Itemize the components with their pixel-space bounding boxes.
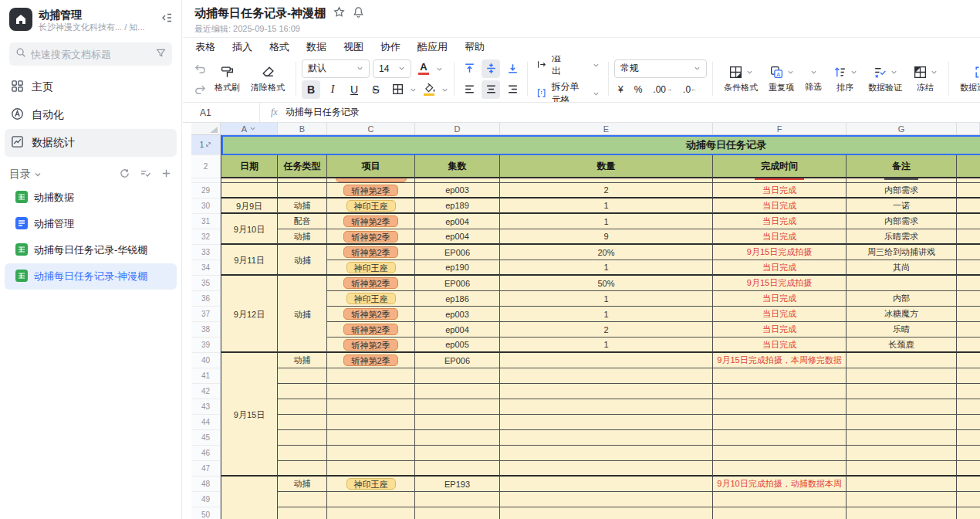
column-header-B[interactable]: B [278, 123, 327, 134]
menu-item-6[interactable]: 酷应用 [417, 40, 448, 54]
cell-A37[interactable] [221, 307, 278, 322]
row-header-29[interactable]: 29 [191, 183, 221, 198]
cell-F30[interactable]: 当日完成 [713, 198, 847, 214]
duplicates-button[interactable]: A重复项 [763, 65, 799, 93]
cell-D50[interactable] [415, 507, 500, 519]
valign-bottom-button[interactable] [503, 59, 522, 78]
cell-G39[interactable]: 长颈鹿 [847, 338, 957, 353]
cell-H49[interactable] [957, 492, 980, 507]
cell-E44[interactable] [500, 415, 713, 430]
cell-C45[interactable] [327, 430, 415, 446]
filter-icon[interactable] [156, 47, 166, 61]
cell-B38[interactable] [278, 322, 327, 338]
column-title-cell[interactable]: 日期 [221, 155, 278, 178]
cell-B35[interactable] [278, 276, 327, 291]
cell-H48[interactable] [957, 477, 980, 492]
decrease-decimal-button[interactable]: .0← [679, 80, 701, 99]
cell-F38[interactable]: 当日完成 [713, 322, 847, 338]
row-header-41[interactable]: 41 [191, 368, 221, 384]
cell-E43[interactable] [500, 399, 713, 415]
borders-button[interactable] [388, 80, 407, 99]
cell-A49[interactable] [221, 492, 278, 507]
cell-F39[interactable]: 当日完成 [713, 338, 847, 353]
row-header-37[interactable]: 37 [191, 307, 221, 322]
cell-D49[interactable] [415, 492, 500, 507]
cell-H45[interactable] [957, 430, 980, 446]
cell-H32[interactable] [957, 229, 980, 245]
cell-A34[interactable] [221, 260, 278, 276]
cell-G33[interactable]: 周三给到动捕讲戏 [847, 245, 957, 260]
cell-C48[interactable]: 神印王座 [327, 477, 415, 492]
select-all-corner[interactable] [191, 123, 221, 134]
column-title-cell[interactable]: 项目 [327, 155, 415, 178]
cell-H31[interactable] [957, 214, 980, 229]
home-icon[interactable] [9, 8, 32, 31]
cell-B30[interactable]: 动捕 [278, 198, 327, 214]
cell-D38[interactable]: ep004 [415, 322, 500, 338]
catalog-toggle[interactable]: 目录 [9, 168, 119, 181]
row-header-38[interactable]: 38 [191, 322, 221, 338]
column-title-cell[interactable]: 任务类型 [278, 155, 327, 178]
freeze-button[interactable]: 冻结 [907, 65, 943, 93]
cell-H36[interactable] [957, 291, 980, 307]
column-header-partial[interactable] [957, 123, 980, 134]
cell-A42[interactable] [221, 384, 278, 399]
cell-E45[interactable] [500, 430, 713, 446]
cell-H50[interactable] [957, 507, 980, 519]
cell-G36[interactable]: 内部 [847, 291, 957, 307]
column-header-F[interactable]: F [713, 123, 847, 134]
cell-C40[interactable]: 斩神第2季 [327, 353, 415, 368]
bold-button[interactable]: B [302, 80, 320, 99]
undo-button[interactable] [191, 59, 209, 78]
sidebar-item-0[interactable]: 主页 [5, 73, 177, 101]
row-header-43[interactable]: 43 [191, 399, 221, 415]
cell-A39[interactable] [221, 338, 278, 353]
cell-F45[interactable] [713, 430, 847, 446]
column-dropdown-icon[interactable] [249, 124, 256, 134]
cell-B43[interactable] [278, 399, 327, 415]
cell-G44[interactable] [847, 415, 957, 430]
filter-button[interactable]: 筛选 [799, 65, 827, 93]
row-header-1[interactable]: 1 [191, 135, 221, 155]
pivot-table-button[interactable]: 数据透视表 [955, 65, 980, 93]
cell-C33[interactable]: 斩神第2季 [327, 245, 415, 260]
formula-value[interactable]: 动捕每日任务记录 [286, 106, 360, 119]
sort-button[interactable]: 排序 [827, 65, 863, 93]
cell-E35[interactable]: 50% [500, 276, 713, 291]
cell-A32[interactable] [221, 229, 278, 245]
menu-item-7[interactable]: 帮助 [465, 40, 485, 54]
row-header-34[interactable]: 34 [191, 260, 221, 276]
row-header-48[interactable]: 48 [191, 477, 221, 492]
cell-D43[interactable] [415, 399, 500, 415]
cell-B34[interactable] [278, 260, 327, 276]
column-title-cell[interactable]: 数量 [500, 155, 713, 178]
cell-G32[interactable]: 乐晴需求 [847, 229, 957, 245]
cell-H43[interactable] [957, 399, 980, 415]
cell-D42[interactable] [415, 384, 500, 399]
cell-B47[interactable] [278, 461, 327, 477]
cell-B29[interactable] [278, 183, 327, 198]
fill-color-button[interactable] [420, 80, 438, 99]
cell-H34[interactable] [957, 260, 980, 276]
cell-D37[interactable]: ep003 [415, 307, 500, 322]
menu-item-1[interactable]: 插入 [232, 40, 252, 54]
column-header-G[interactable]: G [847, 123, 957, 134]
cell-G35[interactable] [847, 276, 957, 291]
cell-G37[interactable]: 冰糖魔方 [847, 307, 957, 322]
cell-C44[interactable] [327, 415, 415, 430]
cell-C41[interactable] [327, 368, 415, 384]
menu-item-3[interactable]: 数据 [306, 40, 326, 54]
cell-F43[interactable] [713, 399, 847, 415]
cell-F35[interactable]: 9月15日完成拍摄 [713, 276, 847, 291]
data-validation-button[interactable]: 数据验证 [863, 65, 907, 93]
cell-B46[interactable] [278, 446, 327, 461]
cell-A30[interactable] [221, 198, 278, 214]
cell-C49[interactable] [327, 492, 415, 507]
font-family-select[interactable]: 默认 [302, 59, 370, 78]
cell-F42[interactable] [713, 384, 847, 399]
cell-C30[interactable]: 神印王座 [327, 198, 415, 214]
cell-D46[interactable] [415, 446, 500, 461]
cell-H47[interactable] [957, 461, 980, 477]
cell-E48[interactable] [500, 477, 713, 492]
menu-item-0[interactable]: 表格 [195, 40, 215, 54]
